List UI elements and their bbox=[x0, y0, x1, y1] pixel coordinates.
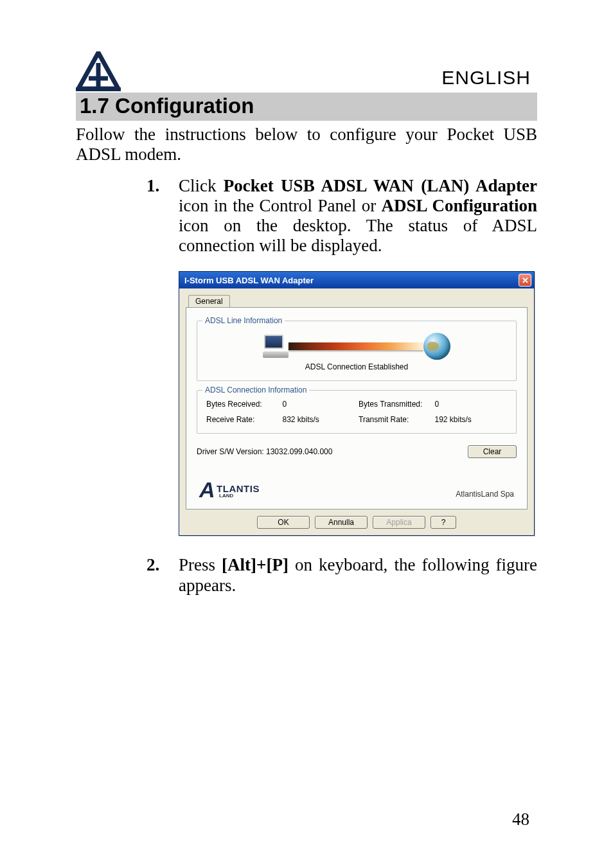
ok-button[interactable]: OK bbox=[257, 516, 310, 529]
brand-text: AtlantisLand Spa bbox=[456, 490, 514, 499]
pc-icon bbox=[263, 335, 289, 358]
bytes-transmitted-label: Bytes Transmitted: bbox=[359, 400, 431, 409]
dialog-screenshot: I-Storm USB ADSL WAN Adapter ✕ General A… bbox=[179, 271, 537, 536]
dialog-titlebar: I-Storm USB ADSL WAN Adapter ✕ bbox=[179, 272, 534, 288]
transmit-rate-value: 192 kbits/s bbox=[435, 415, 508, 424]
transmit-rate-label: Transmit Rate: bbox=[359, 415, 431, 424]
group-line-info: ADSL Line Information ADSL Connection Es… bbox=[197, 321, 517, 381]
tab-strip: General bbox=[186, 294, 528, 308]
receive-rate-label: Receive Rate: bbox=[206, 415, 279, 424]
group-conn-info-title: ADSL Connection Information bbox=[202, 385, 309, 394]
line-graphic bbox=[206, 333, 507, 360]
step-list: 1. Click Pocket USB ADSL WAN (LAN) Adapt… bbox=[147, 176, 537, 256]
receive-rate-value: 832 kbits/s bbox=[283, 415, 355, 424]
brand-logo bbox=[76, 51, 121, 91]
step-2: 2. Press [Alt]+[P] on keyboard, the foll… bbox=[147, 555, 537, 595]
apply-button: Applica bbox=[373, 516, 425, 529]
dialog-title: I-Storm USB ADSL WAN Adapter bbox=[184, 276, 314, 285]
driver-row: Driver S/W Version: 13032.099.040.000 Cl… bbox=[197, 445, 517, 458]
bytes-received-label: Bytes Received: bbox=[206, 400, 279, 409]
svg-rect-3 bbox=[76, 87, 121, 91]
section-heading-bar: 1.7 Configuration bbox=[76, 93, 537, 121]
step-2-body: Press [Alt]+[P] on keyboard, the followi… bbox=[179, 555, 537, 595]
conn-grid: Bytes Received: 0 Bytes Transmitted: 0 R… bbox=[206, 400, 507, 424]
tab-panel: ADSL Line Information ADSL Connection Es… bbox=[186, 307, 528, 509]
bytes-received-value: 0 bbox=[283, 400, 355, 409]
driver-version: Driver S/W Version: 13032.099.040.000 bbox=[197, 447, 332, 456]
brand-row: A TLANTIS LAND AtlantisLand Spa bbox=[197, 481, 517, 499]
group-conn-info: ADSL Connection Information Bytes Receiv… bbox=[197, 390, 517, 434]
bytes-transmitted-value: 0 bbox=[435, 400, 508, 409]
link-bar-icon bbox=[289, 342, 423, 350]
dialog-body: General ADSL Line Information ADSL Conn bbox=[179, 288, 534, 535]
step-1: 1. Click Pocket USB ADSL WAN (LAN) Adapt… bbox=[147, 176, 537, 256]
step-2-wrap: 2. Press [Alt]+[P] on keyboard, the foll… bbox=[147, 555, 537, 595]
language-label: ENGLISH bbox=[441, 67, 537, 91]
intro-paragraph: Follow the instructions below to configu… bbox=[76, 125, 537, 164]
step-2-number: 2. bbox=[147, 555, 164, 595]
dialog-window: I-Storm USB ADSL WAN Adapter ✕ General A… bbox=[179, 271, 535, 536]
globe-icon bbox=[423, 333, 450, 360]
close-icon[interactable]: ✕ bbox=[519, 274, 531, 287]
page-header: ENGLISH bbox=[76, 51, 537, 91]
group-line-info-title: ADSL Line Information bbox=[202, 316, 285, 325]
step-1-number: 1. bbox=[147, 176, 164, 256]
help-button[interactable]: ? bbox=[431, 516, 456, 529]
step-1-body: Click Pocket USB ADSL WAN (LAN) Adapter … bbox=[179, 176, 537, 256]
section-heading: 1.7 Configuration bbox=[80, 94, 533, 118]
tab-general[interactable]: General bbox=[188, 295, 230, 307]
cancel-button[interactable]: Annulla bbox=[315, 516, 368, 529]
connection-status: ADSL Connection Established bbox=[206, 362, 507, 371]
page-number: 48 bbox=[512, 810, 529, 829]
dialog-button-row: OK Annulla Applica ? bbox=[186, 516, 528, 529]
atlantis-logo: A TLANTIS LAND bbox=[199, 481, 260, 499]
clear-button[interactable]: Clear bbox=[468, 445, 517, 458]
